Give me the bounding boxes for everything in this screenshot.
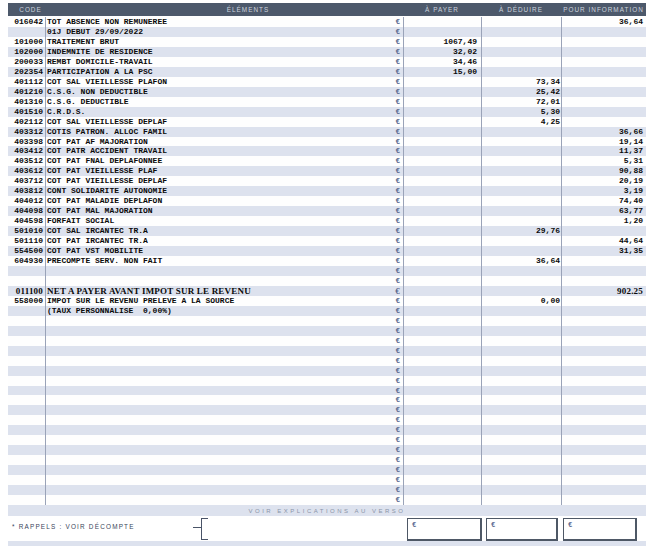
label-cell: PRECOMPTE SERV. NON FAIT — [47, 256, 377, 266]
label-cell: (TAUX PERSONNALISE 0,00%) — [47, 306, 377, 316]
label-cell: COTIS PATRON. ALLOC FAMIL — [47, 127, 377, 137]
header-pour-information: POUR INFORMATION — [561, 6, 646, 13]
deduct-cell — [482, 156, 560, 166]
label-cell: TRAITEMENT BRUT — [47, 37, 377, 47]
pay-cell — [404, 475, 477, 485]
table-row: 401210C.S.G. NON DEDUCTIBLE€25,42 — [8, 87, 646, 97]
label-cell: COT SAL IRCANTEC TR.A — [47, 226, 377, 236]
code-cell: 403612 — [8, 166, 43, 176]
pay-cell — [404, 246, 477, 256]
info-cell — [562, 226, 643, 236]
code-cell — [8, 495, 43, 505]
pay-cell — [404, 376, 477, 386]
deduct-cell: 72,01 — [482, 97, 560, 107]
table-row: (TAUX PERSONNALISE 0,00%)€ — [8, 306, 646, 316]
euro-symbol: € — [378, 425, 400, 435]
code-cell — [8, 316, 43, 326]
euro-symbol: € — [412, 521, 416, 529]
info-cell: 1,20 — [562, 216, 643, 226]
code-cell: 403398 — [8, 137, 43, 147]
code-cell — [8, 346, 43, 356]
deduct-cell — [482, 356, 560, 366]
pay-cell — [404, 186, 477, 196]
euro-symbol: € — [378, 37, 400, 47]
pay-cell — [404, 435, 477, 445]
code-cell — [8, 435, 43, 445]
deduct-cell — [482, 445, 560, 455]
table-row: € — [8, 405, 646, 415]
table-row: 403712COT PAT VIEILLESSE DEPLAF€20,19 — [8, 176, 646, 186]
table-row: € — [8, 386, 646, 396]
pay-cell — [404, 216, 477, 226]
euro-symbol: € — [378, 236, 400, 246]
label-cell: REMBT DOMICILE-TRAVAIL — [47, 57, 377, 67]
info-cell — [562, 107, 643, 117]
euro-symbol: € — [378, 27, 400, 37]
code-cell: 403512 — [8, 156, 43, 166]
euro-symbol: € — [378, 326, 400, 336]
info-cell — [562, 425, 643, 435]
deduct-cell — [482, 17, 560, 27]
code-cell: 554500 — [8, 246, 43, 256]
deduct-cell — [482, 485, 560, 495]
table-row: € — [8, 465, 646, 475]
info-cell — [562, 67, 643, 77]
code-cell — [8, 376, 43, 386]
pay-cell — [404, 266, 477, 276]
table-row: 501110COT PAT IRCANTEC TR.A€44,64 — [8, 236, 646, 246]
pay-cell — [404, 495, 477, 505]
code-cell — [8, 276, 43, 286]
deduct-cell: 36,64 — [482, 256, 560, 266]
deduct-cell — [482, 475, 560, 485]
table-row: 200033REMBT DOMICILE-TRAVAIL€34,46 — [8, 57, 646, 67]
code-cell: 402112 — [8, 117, 43, 127]
deduct-cell — [482, 127, 560, 137]
label-cell: COT PAT IRCANTEC TR.A — [47, 236, 377, 246]
deduct-cell — [482, 346, 560, 356]
pay-cell — [404, 286, 477, 296]
label-cell — [47, 276, 377, 286]
table-row: € — [8, 316, 646, 326]
pay-cell — [404, 146, 477, 156]
euro-symbol: € — [378, 97, 400, 107]
euro-symbol: € — [378, 246, 400, 256]
pay-cell — [404, 17, 477, 27]
table-row: 604930PRECOMPTE SERV. NON FAIT€36,64 — [8, 256, 646, 266]
header-code: CODE — [8, 6, 53, 13]
info-cell — [562, 306, 643, 316]
euro-symbol: € — [378, 266, 400, 276]
label-cell: COT PAT VIEILLESSE PLAF — [47, 166, 377, 176]
table-row: 202354PARTICIPATION A LA PSC€15,00 — [8, 67, 646, 77]
info-cell — [562, 276, 643, 286]
deduct-cell — [482, 146, 560, 156]
pay-cell — [404, 276, 477, 286]
rappel-box-payer: € — [407, 518, 482, 541]
label-cell: C.R.D.S. — [47, 107, 377, 117]
table-row: € — [8, 395, 646, 405]
deduct-cell — [482, 236, 560, 246]
pay-cell — [404, 137, 477, 147]
table-row: € — [8, 495, 646, 505]
euro-symbol: € — [378, 156, 400, 166]
euro-symbol: € — [378, 415, 400, 425]
net-row: 011100NET A PAYER AVANT IMPOT SUR LE REV… — [8, 286, 646, 296]
euro-symbol: € — [378, 166, 400, 176]
pay-cell — [404, 386, 477, 396]
label-cell: C.S.G. DEDUCTIBLE — [47, 97, 377, 107]
deduct-cell — [482, 246, 560, 256]
euro-symbol: € — [378, 146, 400, 156]
euro-symbol: € — [378, 127, 400, 137]
info-cell — [562, 57, 643, 67]
table-row: € — [8, 475, 646, 485]
pay-cell: 34,46 — [404, 57, 477, 67]
table-row: € — [8, 326, 646, 336]
info-cell: 3,19 — [562, 186, 643, 196]
info-cell — [562, 495, 643, 505]
table-row: € — [8, 485, 646, 495]
deduct-cell — [482, 465, 560, 475]
code-cell: 558000 — [8, 296, 43, 306]
column-line-code — [45, 17, 46, 506]
code-cell — [8, 465, 43, 475]
table-row: 403312COTIS PATRON. ALLOC FAMIL€36,66 — [8, 127, 646, 137]
rappel-box-information: € — [563, 518, 637, 541]
